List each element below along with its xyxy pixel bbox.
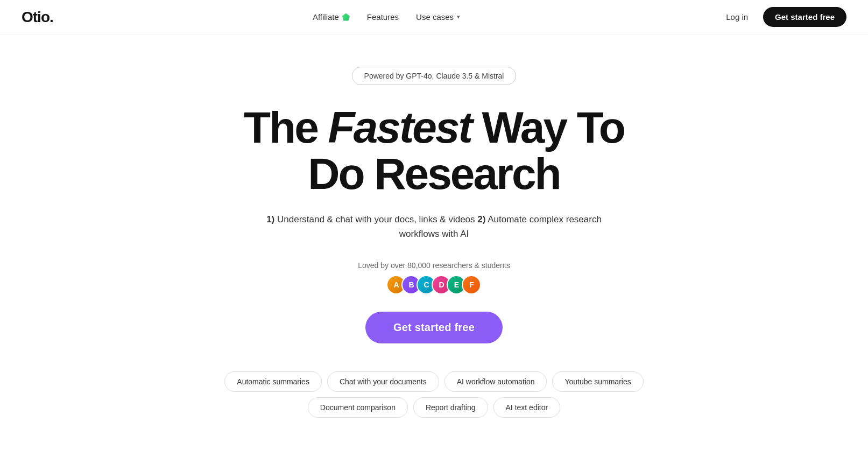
pill-label: AI workflow automation: [457, 377, 535, 386]
logo[interactable]: Otio.: [22, 9, 53, 26]
hero-title-way: Way To: [471, 103, 624, 152]
login-label: Log in: [726, 12, 748, 22]
affiliate-label: Affiliate: [313, 12, 339, 22]
nav-right: Log in Get started free: [719, 7, 846, 27]
hero-subtitle: 1) Understand & chat with your docs, lin…: [251, 212, 617, 241]
nav-center: Affiliate Features Use cases ▾: [313, 12, 460, 22]
pill-label: Automatic summaries: [237, 377, 309, 386]
pill-youtube-summaries[interactable]: Youtube summaries: [552, 371, 643, 392]
use-cases-link[interactable]: Use cases ▾: [416, 12, 460, 22]
pill-document-comparison[interactable]: Document comparison: [308, 397, 408, 418]
features-link[interactable]: Features: [367, 12, 399, 22]
pill-label: Youtube summaries: [564, 377, 631, 386]
hero-title-the: The: [244, 103, 328, 152]
affiliate-link[interactable]: Affiliate: [313, 12, 350, 22]
hero-section: Powered by GPT-4o, Claude 3.5 & Mistral …: [0, 34, 868, 439]
pill-ai-workflow[interactable]: AI workflow automation: [444, 371, 547, 392]
avatars-group: A B C D E F: [386, 275, 481, 294]
pill-chat-documents[interactable]: Chat with your documents: [327, 371, 439, 392]
feature-pills: Automatic summaries Chat with your docum…: [165, 371, 703, 418]
gem-icon: [342, 13, 350, 21]
avatar: F: [462, 275, 481, 294]
features-label: Features: [367, 12, 399, 22]
hero-title-line2: Do Research: [308, 149, 560, 198]
hero-subtitle-text1: Understand & chat with your docs, links …: [277, 214, 477, 224]
hero-title-fastest: Fastest: [328, 103, 471, 152]
pill-label: Chat with your documents: [340, 377, 427, 386]
hero-subtitle-num2: 2): [477, 214, 485, 224]
get-started-nav-label: Get started free: [775, 12, 835, 22]
social-proof: Loved by over 80,000 researchers & stude…: [358, 261, 510, 294]
chevron-down-icon: ▾: [457, 13, 460, 20]
pill-automatic-summaries[interactable]: Automatic summaries: [224, 371, 322, 392]
pill-label: AI text editor: [506, 403, 548, 412]
pill-report-drafting[interactable]: Report drafting: [413, 397, 488, 418]
pill-label: Report drafting: [426, 403, 476, 412]
logo-text: Otio.: [22, 9, 53, 25]
pill-label: Document comparison: [320, 403, 396, 412]
social-proof-text: Loved by over 80,000 researchers & stude…: [358, 261, 510, 270]
get-started-hero-label: Get started free: [393, 321, 475, 333]
powered-badge: Powered by GPT-4o, Claude 3.5 & Mistral: [352, 67, 517, 85]
get-started-hero-button[interactable]: Get started free: [365, 312, 503, 343]
powered-badge-text: Powered by GPT-4o, Claude 3.5 & Mistral: [364, 72, 504, 80]
use-cases-label: Use cases: [416, 12, 454, 22]
navbar: Otio. Affiliate Features Use cases ▾ Log…: [0, 0, 868, 34]
hero-title: The Fastest Way To Do Research: [244, 104, 624, 197]
pill-ai-text-editor[interactable]: AI text editor: [493, 397, 561, 418]
hero-subtitle-num1: 1): [266, 214, 274, 224]
login-button[interactable]: Log in: [719, 8, 754, 26]
get-started-nav-button[interactable]: Get started free: [763, 7, 846, 27]
